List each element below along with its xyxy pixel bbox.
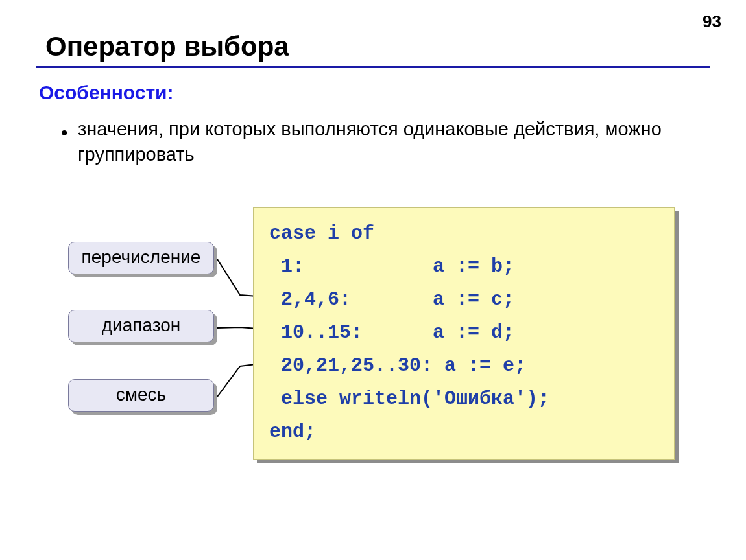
callout-enum: перечисление bbox=[68, 242, 214, 274]
bullet-item: • значения, при которых выполняются один… bbox=[78, 117, 688, 167]
page-number: 93 bbox=[703, 12, 721, 32]
bullet-dot-icon: • bbox=[61, 123, 68, 143]
code-block: case i of 1: a := b; 2,4,6: a := c; 10..… bbox=[253, 207, 675, 460]
slide: 93 Оператор выбора Особенности: • значен… bbox=[0, 0, 746, 560]
bullet-text: значения, при которых выполняются одинак… bbox=[78, 119, 662, 165]
slide-title: Оператор выбора bbox=[45, 31, 289, 62]
callout-mixed: смесь bbox=[68, 379, 214, 412]
subheading: Особенности: bbox=[39, 82, 174, 104]
title-underline bbox=[36, 66, 710, 68]
callout-range: диапазон bbox=[68, 310, 214, 342]
